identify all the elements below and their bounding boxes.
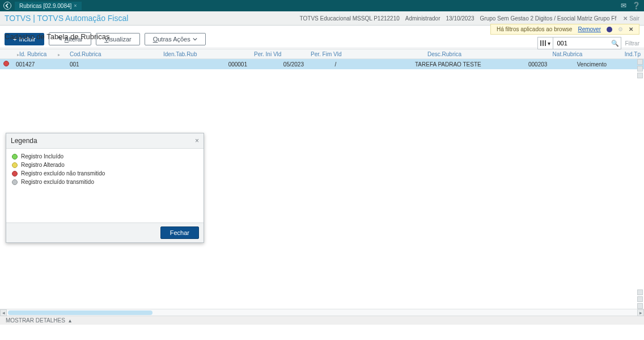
filter-indicator-dot bbox=[607, 27, 612, 32]
legend-dot-green bbox=[12, 154, 18, 159]
legend-close-button[interactable]: Fechar bbox=[160, 226, 199, 239]
vertical-mini-scroll[interactable] bbox=[637, 59, 643, 78]
col-fim[interactable]: Per. Fim Vld bbox=[307, 51, 364, 57]
scroll-square[interactable] bbox=[637, 303, 643, 309]
legend-item: Registro Alterado bbox=[12, 162, 198, 168]
search-icon[interactable]: 🔍 bbox=[611, 40, 619, 47]
cell-nat: 000203Vencimento bbox=[525, 61, 610, 68]
scroll-square[interactable] bbox=[637, 66, 643, 72]
col-desc[interactable]: Desc.Rubrica bbox=[364, 51, 525, 57]
help-icon[interactable]: ❔ bbox=[632, 2, 641, 10]
legend-dot-red bbox=[12, 171, 18, 177]
cell-fim: / bbox=[307, 61, 364, 68]
cell-iden: 000001 bbox=[160, 61, 251, 68]
close-tab-icon[interactable]: × bbox=[74, 3, 77, 9]
col-iden[interactable]: Iden.Tab.Rub bbox=[160, 51, 251, 57]
cell-id: 001427 bbox=[12, 61, 66, 68]
filter-remove-link[interactable]: Remover bbox=[578, 26, 601, 32]
legend-label: Registro Incluído bbox=[21, 153, 63, 159]
vertical-mini-scroll-bottom[interactable] bbox=[637, 289, 643, 309]
column-picker-button[interactable]: ▾ bbox=[537, 37, 553, 49]
title-row: Cadastro de Tabela de Rubricas Há filtro… bbox=[0, 26, 644, 48]
legend-modal: Legenda × Registro Incluído Registro Alt… bbox=[6, 133, 204, 243]
exit-label: Sair bbox=[629, 15, 639, 22]
legend-item: Registro excluído transmitido bbox=[12, 179, 198, 185]
row-status bbox=[0, 61, 12, 68]
filter-label[interactable]: Filtrar bbox=[625, 40, 639, 47]
scroll-thumb[interactable] bbox=[8, 310, 152, 315]
top-app-bar: Rubricas [02.9.0084] × ✉ ❔ bbox=[0, 0, 644, 11]
tab-title: Rubricas [02.9.0084] bbox=[19, 3, 71, 9]
legend-body: Registro Incluído Registro Alterado Regi… bbox=[6, 149, 204, 223]
back-circle-button[interactable] bbox=[3, 2, 11, 10]
legend-dot-yellow bbox=[12, 162, 18, 168]
filter-close-icon[interactable]: ✕ bbox=[629, 26, 633, 32]
svg-rect-0 bbox=[540, 40, 541, 46]
env-label: TOTVS Educacional MSSQL P1212210 bbox=[300, 15, 400, 22]
col-cod[interactable]: Cod.Rubrica bbox=[66, 51, 160, 57]
search-wrap: ▾ 🔍 Filtrar bbox=[537, 37, 639, 49]
scroll-square[interactable] bbox=[637, 73, 643, 78]
filter-notice: Há filtros aplicados ao browse Remover ⚙… bbox=[490, 24, 639, 35]
legend-dot-gray bbox=[12, 179, 18, 185]
scroll-square[interactable] bbox=[637, 59, 643, 65]
chevron-up-icon: ▴ bbox=[69, 317, 71, 324]
legend-label: Registro Alterado bbox=[21, 162, 65, 168]
svg-rect-1 bbox=[543, 40, 544, 46]
legend-title: Legenda bbox=[11, 137, 37, 145]
show-details-label: MOSTRAR DETALHES bbox=[6, 317, 65, 324]
cell-desc: TAREFA PADRAO TESTE bbox=[364, 61, 525, 68]
svg-rect-2 bbox=[545, 40, 546, 46]
role-label: Administrador bbox=[405, 15, 440, 22]
scroll-left-icon[interactable]: ◂ bbox=[0, 309, 7, 316]
cell-ini: 05/2023 bbox=[251, 61, 307, 68]
col-nat[interactable]: Nat.Rubrica bbox=[525, 51, 610, 57]
cell-cod: 001 bbox=[66, 61, 160, 68]
horizontal-scrollbar[interactable]: ◂ ▸ bbox=[0, 309, 644, 316]
table-row[interactable]: 001427 001 000001 05/2023 / TAREFA PADRA… bbox=[0, 59, 644, 69]
legend-close-icon[interactable]: × bbox=[195, 137, 199, 145]
col-ini[interactable]: Per. Ini Vld bbox=[251, 51, 307, 57]
table-header: ▸Id. Rubrica▸ Cod.Rubrica Iden.Tab.Rub P… bbox=[0, 49, 644, 59]
legend-footer: Fechar bbox=[6, 223, 204, 242]
scroll-square[interactable] bbox=[637, 289, 643, 295]
exit-button[interactable]: ✕Sair bbox=[623, 15, 639, 22]
col-id[interactable]: ▸Id. Rubrica▸ bbox=[12, 51, 66, 57]
mail-icon[interactable]: ✉ bbox=[621, 2, 626, 10]
date-label: 13/10/2023 bbox=[446, 15, 474, 22]
legend-label: Registro excluído transmitido bbox=[21, 179, 94, 185]
legend-item: Registro Incluído bbox=[12, 153, 198, 159]
status-dot-icon bbox=[3, 61, 9, 66]
table-body: 001427 001 000001 05/2023 / TAREFA PADRA… bbox=[0, 59, 644, 309]
chevron-down-icon: ▾ bbox=[548, 40, 550, 47]
group-label: Grupo Sem Gestao 2 Digitos / Esocial Mat… bbox=[480, 15, 617, 22]
show-details-bar[interactable]: MOSTRAR DETALHES ▴ bbox=[0, 316, 644, 325]
filter-gear-icon[interactable]: ⚙ bbox=[618, 26, 623, 32]
legend-label: Registro excluído não transmitido bbox=[21, 170, 105, 177]
scroll-right-icon[interactable]: ▸ bbox=[637, 309, 644, 316]
brand-title: TOTVS | TOTVS Automação Fiscal bbox=[5, 14, 128, 23]
filter-notice-text: Há filtros aplicados ao browse bbox=[497, 26, 572, 32]
page-title: Cadastro de Tabela de Rubricas bbox=[5, 32, 110, 41]
legend-header: Legenda × bbox=[6, 133, 204, 149]
scroll-square[interactable] bbox=[637, 296, 643, 302]
col-ind[interactable]: Ind.Tp bbox=[610, 51, 644, 57]
open-tab[interactable]: Rubricas [02.9.0084] × bbox=[15, 2, 82, 10]
legend-item: Registro excluído não transmitido bbox=[12, 170, 198, 177]
